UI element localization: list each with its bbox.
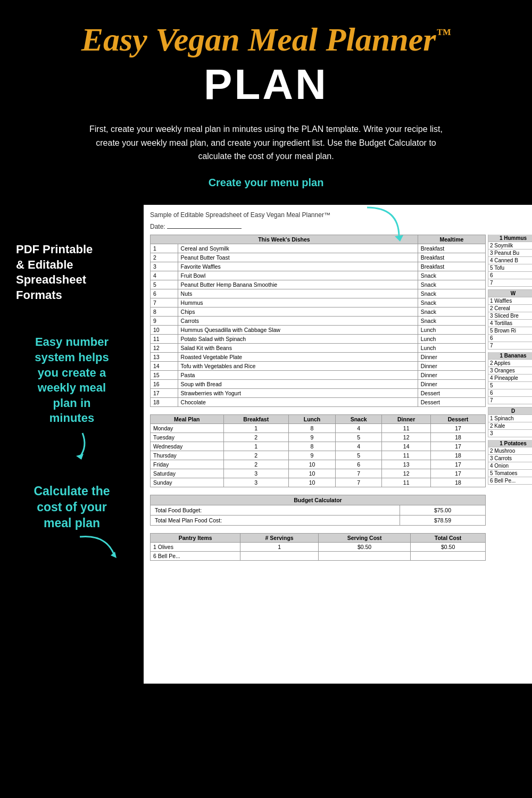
svg-marker-0: [76, 454, 84, 460]
formats-label: PDF Printable & Editable Spreadsheet For…: [16, 242, 128, 303]
left-panel: PDF Printable & Editable Spreadsheet For…: [0, 200, 138, 689]
left-section-formats: PDF Printable & Editable Spreadsheet For…: [16, 242, 128, 303]
left-section-easy-number: Easy number system helps you create a we…: [16, 335, 128, 462]
budget-title: Budget Calculator: [151, 495, 486, 505]
dish-row: 13Roasted Vegetable PlateDinner: [151, 352, 486, 361]
dish-row: 3Favorite WafflesBreakfast: [151, 262, 486, 271]
content-area: PDF Printable & Editable Spreadsheet For…: [0, 200, 532, 689]
dish-row: 2Peanut Butter ToastBreakfast: [151, 253, 486, 262]
dishes-header2: Mealtime: [418, 235, 485, 244]
dish-row: 9CarrotsSnack: [151, 316, 486, 325]
spreadsheet-container: Sample of Editable Spreadsheet of Easy V…: [144, 205, 532, 684]
pantry-table: Pantry Items# ServingsServing CostTotal …: [150, 533, 486, 561]
pantry-row: 1 Olives1$0.50$0.50: [151, 542, 486, 551]
dish-row: 16Soup with BreadDinner: [151, 379, 486, 388]
right-list-block: 1 Hummus2 Soymilk3 Peanut Bu4 Canned B5 …: [488, 235, 532, 287]
meal-plan-row: Wednesday1841417: [151, 442, 486, 451]
dish-row: 6NutsSnack: [151, 289, 486, 298]
dish-row: 5Peanut Butter Hemp Banana SmoothieSnack: [151, 280, 486, 289]
arrow-right: [16, 531, 122, 563]
dish-row: 10Hummus Quesadilla with Cabbage SlawLun…: [151, 325, 486, 334]
title-text: Easy Vegan Meal Planner: [81, 21, 436, 57]
dish-row: 14Tofu with Vegetables and RiceDinner: [151, 361, 486, 370]
col-main: This Week's Dishes Mealtime 1Cereal and …: [150, 235, 486, 561]
plan-label: PLAN: [32, 60, 500, 109]
create-menu-label: Create your menu plan: [32, 177, 500, 189]
main-title: Easy Vegan Meal Planner™: [32, 21, 500, 57]
meal-plan-row: Friday21061317: [151, 460, 486, 469]
header-section: Easy Vegan Meal Planner™ PLAN First, cre…: [0, 0, 532, 200]
budget-table: Budget Calculator Total Food Budget:$75.…: [150, 495, 486, 526]
dishes-table: This Week's Dishes Mealtime 1Cereal and …: [150, 235, 486, 407]
dish-row: 8ChipsSnack: [151, 307, 486, 316]
trademark: ™: [436, 26, 451, 42]
right-list-block: W1 Waffles2 Cereal3 Sliced Bre4 Tortilla…: [488, 289, 532, 350]
dish-row: 12Salad Kit with BeansLunch: [151, 343, 486, 352]
svg-marker-2: [395, 235, 403, 242]
date-line: Date:: [150, 223, 532, 230]
budget-row: Total Food Budget:$75.00: [151, 505, 486, 515]
dish-row: 17Strawberries with YogurtDessert: [151, 388, 486, 397]
dish-row: 11Potato Salad with SpinachLunch: [151, 334, 486, 343]
easy-number-label: Easy number system helps you create a we…: [16, 335, 128, 426]
meal-plan-table: Meal PlanBreakfastLunchSnackDinnerDesser…: [150, 414, 486, 487]
right-list-block: 1 Potatoes2 Mushroo3 Carrots4 Onion5 Tom…: [488, 440, 532, 485]
meal-plan-row: Thursday2951118: [151, 451, 486, 460]
spreadsheet-wrapper: Sample of Editable Spreadsheet of Easy V…: [138, 200, 532, 689]
meal-plan-row: Saturday31071217: [151, 469, 486, 478]
meal-plan-row: Tuesday2951218: [151, 433, 486, 442]
right-list-block: 1 Bananas2 Apples3 Oranges4 Pineapple567: [488, 352, 532, 404]
meal-plan-row: Sunday31071118: [151, 478, 486, 487]
meal-plan-row: Monday1841117: [151, 423, 486, 433]
spreadsheet-title: Sample of Editable Spreadsheet of Easy V…: [150, 211, 532, 219]
pantry-row: 6 Bell Pe...: [151, 551, 486, 560]
main-layout: This Week's Dishes Mealtime 1Cereal and …: [150, 235, 532, 561]
dish-row: 4Fruit BowlSnack: [151, 271, 486, 280]
dish-row: 1Cereal and SoymilkBreakfast: [151, 244, 486, 253]
arrow-down-left: [51, 430, 93, 462]
dish-row: 18ChocolateDessert: [151, 397, 486, 406]
calculate-label: Calculate the cost of your meal plan: [16, 484, 128, 531]
dish-row: 15PastaDinner: [151, 370, 486, 379]
left-section-calculate: Calculate the cost of your meal plan: [16, 484, 128, 563]
col-right: 1 Hummus2 Soymilk3 Peanut Bu4 Canned B5 …: [488, 235, 532, 561]
dish-row: 7HummusSnack: [151, 298, 486, 307]
budget-row: Total Meal Plan Food Cost:$78.59: [151, 515, 486, 525]
description-text: First, create your weekly meal plan in m…: [80, 122, 452, 163]
right-list-block: D1 Spinach2 Kale3: [488, 407, 532, 437]
arrow-to-spreadsheet: [356, 202, 410, 245]
